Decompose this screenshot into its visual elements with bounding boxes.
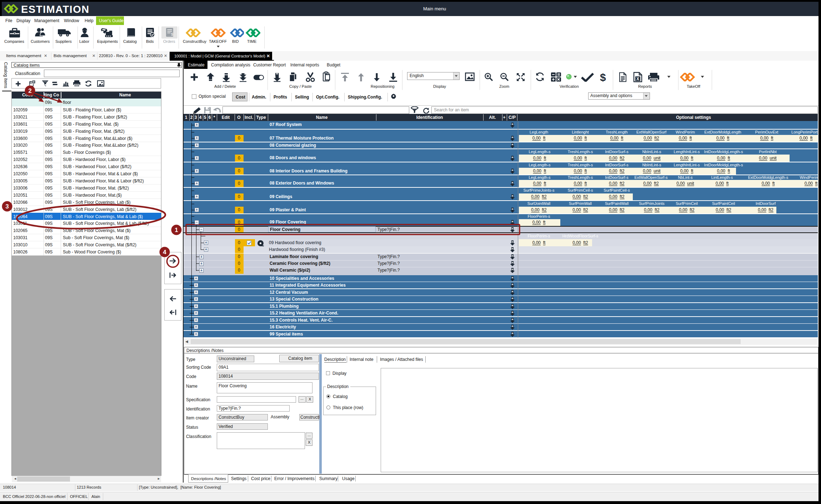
svg-text:1: 1 (175, 227, 178, 233)
svg-text:3: 3 (5, 203, 9, 210)
svg-text:2: 2 (28, 87, 31, 94)
svg-text:4: 4 (163, 249, 166, 256)
